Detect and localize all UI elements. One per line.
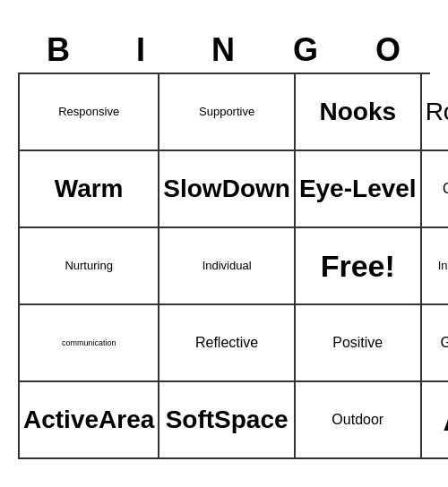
cell-text: Free! — [321, 248, 395, 285]
bingo-card: BINGO ResponsiveSupportiveNooksRoomsAtte… — [18, 28, 430, 459]
bingo-cell: Outdoor — [296, 382, 422, 459]
bingo-cell: Warm — [20, 151, 159, 228]
cell-text: Active — [23, 405, 99, 435]
cell-text: Positive — [332, 334, 383, 351]
cell-text: communication — [62, 338, 116, 348]
bingo-cell: Rooms — [422, 74, 448, 151]
cell-text: Nurturing — [65, 259, 112, 273]
header-letter: B — [18, 28, 100, 73]
bingo-cell: Positive — [296, 305, 422, 382]
bingo-cell: ActiveArea — [20, 382, 159, 459]
cell-text: Outdoor — [332, 411, 383, 428]
cell-text: Nooks — [319, 97, 396, 127]
cell-text: Reflective — [195, 334, 258, 351]
header-letter: G — [265, 28, 348, 73]
bingo-cell: Free! — [296, 228, 422, 305]
cell-text: Level — [352, 174, 417, 204]
cell-text: Interaction — [438, 259, 448, 273]
bingo-cell: Nurturing — [20, 228, 159, 305]
bingo-cell: SoftSpace — [159, 382, 296, 459]
cell-text: Eye- — [299, 174, 352, 204]
cell-text: Soft — [166, 405, 214, 435]
cell-text: Guiding — [440, 334, 448, 351]
bingo-cell: Eye-Level — [296, 151, 422, 228]
cell-text: Space — [214, 405, 289, 435]
bingo-cell: Supportive — [159, 74, 296, 151]
bingo-grid: ResponsiveSupportiveNooksRoomsAttentiveW… — [18, 73, 430, 459]
bingo-cell: Guiding — [422, 305, 448, 382]
cell-text: Responsive — [58, 105, 119, 119]
bingo-cell: Interaction — [422, 228, 448, 305]
bingo-cell: SlowDown — [159, 151, 296, 228]
cell-text: Down — [222, 174, 290, 204]
bingo-cell: Art — [422, 382, 448, 459]
bingo-cell: Nooks — [296, 74, 422, 151]
header-letter: O — [348, 28, 430, 73]
bingo-cell: Responsive — [20, 74, 159, 151]
cell-text: Warm — [55, 174, 124, 204]
cell-text: Quality — [443, 180, 448, 197]
bingo-cell: communication — [20, 305, 159, 382]
bingo-cell: Individual — [159, 228, 296, 305]
bingo-cell: Quality — [422, 151, 448, 228]
cell-text: Rooms — [426, 97, 448, 127]
cell-text: Area — [99, 405, 154, 435]
bingo-cell: Reflective — [159, 305, 296, 382]
bingo-header: BINGO — [18, 28, 430, 73]
header-letter: N — [183, 28, 265, 73]
cell-text: Art — [443, 402, 448, 439]
cell-text: Slow — [163, 174, 221, 204]
cell-text: Individual — [202, 259, 252, 273]
header-letter: I — [100, 28, 183, 73]
cell-text: Supportive — [199, 105, 254, 119]
